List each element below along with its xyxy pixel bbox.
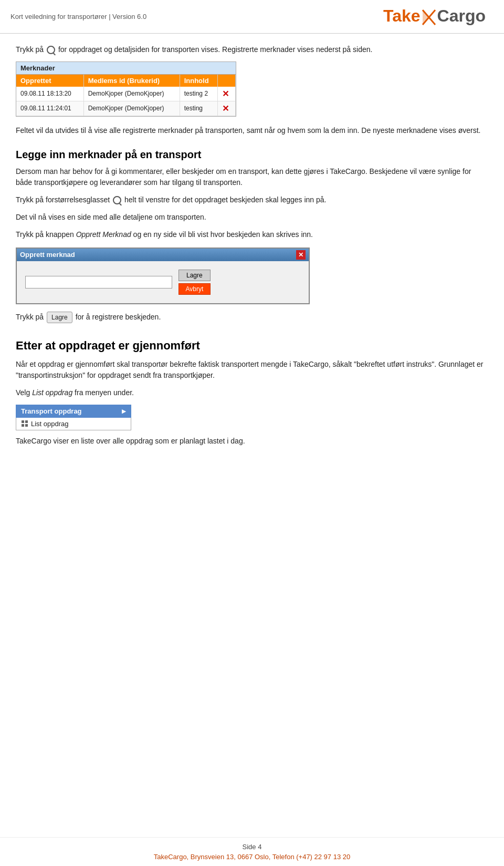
velg-text: Velg (16, 388, 30, 397)
cell-opprettet-1: 09.08.11 18:13:20 (16, 87, 83, 101)
legge-heading: Legge inn merknader på en transport (16, 149, 488, 161)
logo-x-icon (421, 8, 437, 27)
delete-icon-1: ✕ (222, 89, 229, 98)
dialog-buttons: Lagre Avbryt (178, 270, 211, 295)
velg-list-italic: List oppdrag (32, 388, 72, 397)
dialog-title-label: Opprett merknad (20, 251, 75, 259)
col-brukerid: Medlems id (Brukerid) (83, 75, 180, 87)
etter-para-1: Når et oppdrag er gjennomført skal trans… (16, 359, 488, 381)
legge-para-3: Det vil nå vises en side med alle detalj… (16, 212, 488, 223)
cell-opprettet-2: 09.08.11 11:24:01 (16, 101, 83, 116)
intro-text-1b: for oppdraget og detaljsiden for transpo… (58, 45, 220, 54)
avbryt-button[interactable]: Avbryt (178, 283, 211, 295)
cell-delete-1[interactable]: ✕ (218, 87, 236, 101)
table-body: 09.08.11 18:13:20 DemoKjoper (DemoKjoper… (16, 87, 236, 116)
document-subtitle: Kort veiledning for transportører | Vers… (10, 13, 146, 20)
legge-text-2b: helt til venstre for det oppdraget beskj… (124, 195, 326, 204)
logo-cargo: Cargo (437, 6, 486, 25)
legge-text-opprett: Opprett Merknad (76, 230, 131, 239)
trykk-lagre-post: for å registrere beskjeden. (76, 313, 161, 321)
delete-icon-2: ✕ (222, 104, 229, 113)
feltet-paragraph: Feltet vil da utvides til å vise alle re… (16, 125, 488, 136)
dialog-body: Lagre Avbryt (17, 261, 309, 303)
col-innhold: Innhold (180, 75, 217, 87)
takecargo-viser-para: TakeCargo viser en liste over alle oppdr… (16, 436, 488, 447)
lagre-button[interactable]: Lagre (178, 270, 211, 281)
trykk-lagre-para: Trykk på Lagre for å registrere beskjede… (16, 312, 488, 323)
lagre-inline-button[interactable]: Lagre (47, 312, 72, 323)
intro-paragraph: Trykk på for oppdraget og detaljsiden fo… (16, 44, 488, 55)
table-header: Opprettet Medlems id (Brukerid) Innhold (16, 75, 236, 87)
search-icon (47, 46, 55, 54)
main-content: Trykk på for oppdraget og detaljsiden fo… (0, 34, 504, 495)
merknader-table: Merknader Opprettet Medlems id (Brukerid… (16, 61, 236, 117)
menu-transport-oppdrag[interactable]: Transport oppdrag ▶ (16, 405, 131, 418)
page-number: Side 4 (5, 843, 499, 851)
velg-list-para: Velg List oppdrag fra menyen under. (16, 387, 488, 398)
cell-brukerid-1: DemoKjoper (DemoKjoper) (83, 87, 180, 101)
etter-heading: Etter at oppdraget er gjennomført (16, 339, 488, 353)
dialog-titlebar: Opprett merknad ✕ (17, 249, 309, 261)
legge-text-2a: Trykk på forstørrelsesglasset (16, 195, 110, 204)
company-info: TakeCargo, Brynsveien 13, 0667 Oslo, Tel… (5, 853, 499, 861)
col-actions (218, 75, 236, 87)
grid-icon (22, 420, 28, 427)
trykk-lagre-pre: Trykk på (16, 313, 44, 321)
logo: TakeCargo (381, 5, 488, 28)
menu-list-oppdrag[interactable]: List oppdrag (16, 418, 131, 430)
intro-text-2: Registrerte merknader vises nederst på s… (222, 45, 372, 54)
merknader-table-grid: Opprettet Medlems id (Brukerid) Innhold … (16, 75, 236, 116)
logo-take: Take (383, 6, 421, 25)
cell-innhold-2: testing (180, 101, 217, 116)
cell-delete-2[interactable]: ✕ (218, 101, 236, 116)
merknad-input[interactable] (25, 276, 172, 288)
col-opprettet: Opprettet (16, 75, 83, 87)
cell-brukerid-2: DemoKjoper (DemoKjoper) (83, 101, 180, 116)
cell-innhold-1: testing 2 (180, 87, 217, 101)
logo-text: TakeCargo (383, 6, 486, 27)
legge-text-4c: og en ny side vil bli vist hvor beskjede… (133, 230, 313, 239)
legge-text-4a: Trykk på knappen (16, 230, 74, 239)
legge-para-1: Dersom man har behov for å gi kommentare… (16, 166, 488, 188)
menu-mockup: Transport oppdrag ▶ List oppdrag (16, 405, 131, 430)
dialog-close-button[interactable]: ✕ (296, 250, 306, 260)
page-footer: Side 4 TakeCargo, Brynsveien 13, 0667 Os… (0, 837, 504, 866)
menu-top-label: Transport oppdrag (21, 407, 82, 415)
page-header: Kort veiledning for transportører | Vers… (0, 0, 504, 34)
search-icon-2 (113, 196, 121, 204)
logo-inner: TakeCargo (381, 5, 488, 28)
table-row: 09.08.11 11:24:01 DemoKjoper (DemoKjoper… (16, 101, 236, 116)
table-title: Merknader (16, 62, 236, 75)
menu-sub-label: List oppdrag (31, 420, 69, 428)
velg-list-post: fra menyen under. (75, 388, 134, 397)
legge-para-2: Trykk på forstørrelsesglasset helt til v… (16, 194, 488, 205)
table-row: 09.08.11 18:13:20 DemoKjoper (DemoKjoper… (16, 87, 236, 101)
opprett-merknad-dialog: Opprett merknad ✕ Lagre Avbryt (16, 248, 310, 304)
intro-text-1: Trykk på (16, 45, 44, 54)
legge-para-4: Trykk på knappen Opprett Merknad og en n… (16, 229, 488, 240)
menu-arrow-icon: ▶ (122, 408, 126, 414)
